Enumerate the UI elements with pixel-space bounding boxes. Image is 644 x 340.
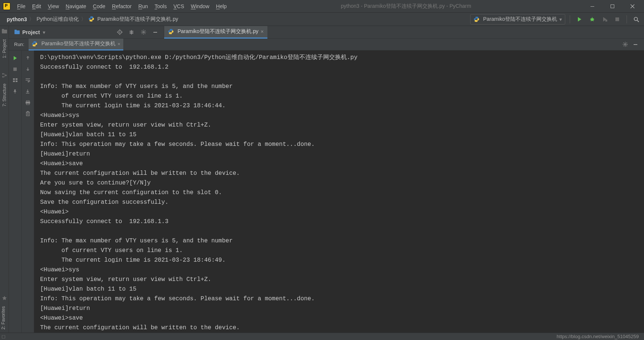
stop-button[interactable] bbox=[612, 14, 622, 24]
project-tool-header: Project ▾ bbox=[14, 26, 164, 38]
editor-tab-active[interactable]: Paramiko登陆不连续子网交换机.py × bbox=[164, 26, 267, 39]
window-title: python3 - Paramiko登陆不连续子网交换机.py - PyChar… bbox=[230, 3, 582, 10]
layout-button[interactable] bbox=[10, 75, 20, 85]
svg-rect-11 bbox=[14, 30, 20, 34]
console-output[interactable]: D:\python3\venv\Scripts\python.exe D:/py… bbox=[34, 50, 644, 333]
title-bar: File Edit View Navigate Code Refactor Ru… bbox=[0, 0, 644, 13]
svg-rect-20 bbox=[13, 78, 15, 80]
hide-tool-button[interactable] bbox=[150, 27, 160, 37]
tab-favorites[interactable]: 2: Favorites bbox=[0, 303, 7, 333]
breadcrumb-file-label: Paramiko登陆不连续子网交换机.py bbox=[97, 16, 178, 22]
minimize-button[interactable] bbox=[582, 0, 602, 13]
svg-rect-21 bbox=[16, 78, 17, 80]
hide-run-tool-button[interactable] bbox=[631, 40, 640, 49]
breadcrumb-file[interactable]: Paramiko登陆不连续子网交换机.py bbox=[88, 16, 178, 23]
stop-process-button[interactable] bbox=[10, 64, 20, 74]
run-config-label: Paramiko登陆不连续子网交换机 bbox=[483, 16, 557, 23]
menu-item-label: Run bbox=[139, 3, 148, 9]
run-tool-header-actions bbox=[620, 40, 644, 49]
window-controls bbox=[582, 0, 643, 13]
close-tab-icon[interactable]: × bbox=[261, 29, 264, 35]
svg-point-2 bbox=[591, 18, 593, 21]
breadcrumb-root[interactable]: python3 bbox=[7, 16, 27, 22]
main-menu: File Edit View Navigate Code Refactor Ru… bbox=[14, 2, 230, 11]
menu-item-refactor[interactable]: Refactor bbox=[109, 2, 135, 11]
run-button[interactable] bbox=[575, 14, 584, 24]
status-bar: ◻ https://blog.csdn.net/weixin_51045259 bbox=[0, 333, 644, 340]
svg-rect-25 bbox=[26, 93, 29, 93]
debug-button[interactable] bbox=[587, 14, 597, 24]
pin-button[interactable] bbox=[10, 86, 20, 97]
clear-all-button[interactable] bbox=[23, 108, 33, 119]
print-button[interactable] bbox=[23, 97, 33, 108]
menu-item-label: Navigate bbox=[66, 3, 86, 9]
menu-item-label: Refactor bbox=[112, 3, 132, 9]
run-with-coverage-button[interactable] bbox=[600, 14, 609, 24]
settings-button[interactable] bbox=[139, 27, 148, 37]
close-button[interactable] bbox=[622, 0, 643, 13]
run-configuration-selector[interactable]: Paramiko登陆不连续子网交换机 ▾ bbox=[470, 14, 565, 24]
svg-rect-0 bbox=[591, 6, 594, 7]
breadcrumb-folder[interactable]: Python运维自动化 bbox=[36, 16, 79, 23]
collapse-all-button[interactable] bbox=[127, 27, 136, 37]
svg-rect-29 bbox=[26, 112, 29, 116]
maximize-button[interactable] bbox=[602, 0, 622, 13]
run-actions-column-left bbox=[9, 50, 22, 333]
menu-item-navigate[interactable]: Navigate bbox=[63, 2, 89, 11]
tab-label: 7: Structure bbox=[2, 84, 7, 107]
menu-item-label: Tools bbox=[155, 3, 167, 9]
menu-item-file[interactable]: File bbox=[14, 2, 29, 11]
breadcrumb: python3 〉 Python运维自动化 〉 Paramiko登陆不连续子网交… bbox=[7, 16, 178, 23]
tab-structure[interactable]: 7: Structure bbox=[1, 81, 8, 109]
tool-windows-quick-access-icon[interactable]: ◻ bbox=[1, 334, 6, 339]
search-everywhere-button[interactable] bbox=[631, 14, 641, 24]
svg-rect-24 bbox=[15, 92, 15, 94]
soft-wrap-button[interactable] bbox=[23, 75, 33, 85]
pycharm-icon bbox=[3, 3, 10, 10]
scroll-down-button[interactable] bbox=[23, 64, 33, 74]
tab-project[interactable]: 1: Project bbox=[1, 36, 8, 61]
scroll-up-button[interactable] bbox=[23, 53, 33, 63]
python-file-icon bbox=[32, 41, 38, 47]
structure-tool-icon[interactable] bbox=[0, 70, 9, 81]
scroll-to-end-button[interactable] bbox=[23, 86, 33, 97]
svg-rect-12 bbox=[14, 30, 17, 31]
run-tab-active[interactable]: Paramiko登陆不连续子网交换机 × bbox=[29, 39, 123, 50]
toolbar-right: Paramiko登陆不连续子网交换机 ▾ bbox=[470, 14, 641, 24]
favorites-tool-icon[interactable] bbox=[0, 293, 9, 303]
rerun-button[interactable] bbox=[10, 53, 20, 63]
menu-item-tools[interactable]: Tools bbox=[152, 2, 170, 11]
project-icon bbox=[14, 29, 20, 35]
svg-rect-16 bbox=[153, 32, 157, 33]
chevron-down-icon[interactable]: ▾ bbox=[43, 29, 45, 35]
menu-item-run[interactable]: Run bbox=[136, 2, 151, 11]
left-tool-gutter: 1: Project 7: Structure 2: Favorites bbox=[0, 26, 9, 333]
menu-item-vcs[interactable]: VCS bbox=[170, 2, 187, 11]
svg-rect-7 bbox=[2, 29, 4, 30]
close-run-tab-icon[interactable]: × bbox=[118, 41, 121, 47]
nav-bar: python3 〉 Python运维自动化 〉 Paramiko登陆不连续子网交… bbox=[0, 13, 644, 26]
bottom-tab-group: 2: Favorites bbox=[0, 293, 9, 333]
svg-point-5 bbox=[634, 17, 638, 20]
run-tool-header: Run: Paramiko登陆不连续子网交换机 × bbox=[9, 39, 644, 50]
chevron-down-icon: ▾ bbox=[559, 16, 562, 22]
main-area: Project ▾ Paramiko登陆不连续子网交换机.py × Run: bbox=[9, 26, 644, 333]
run-settings-button[interactable] bbox=[620, 40, 630, 49]
svg-rect-3 bbox=[605, 20, 607, 22]
menu-item-view[interactable]: View bbox=[45, 2, 62, 11]
menu-item-code[interactable]: Code bbox=[90, 2, 108, 11]
menu-item-label: VCS bbox=[173, 3, 184, 9]
project-tool-label[interactable]: Project bbox=[22, 29, 40, 35]
menu-item-edit[interactable]: Edit bbox=[29, 2, 44, 11]
run-tool-label: Run: bbox=[14, 42, 24, 47]
locate-file-button[interactable] bbox=[115, 27, 124, 37]
svg-point-14 bbox=[119, 32, 120, 33]
menu-item-help[interactable]: Help bbox=[213, 2, 230, 11]
svg-rect-1 bbox=[611, 4, 614, 8]
python-file-icon bbox=[168, 29, 174, 35]
menu-item-window[interactable]: Window bbox=[188, 2, 212, 11]
svg-point-9 bbox=[2, 76, 4, 78]
project-tool-icon[interactable] bbox=[0, 26, 9, 36]
menu-item-label: Edit bbox=[32, 3, 41, 9]
run-tool-body: D:\python3\venv\Scripts\python.exe D:/py… bbox=[9, 50, 644, 333]
